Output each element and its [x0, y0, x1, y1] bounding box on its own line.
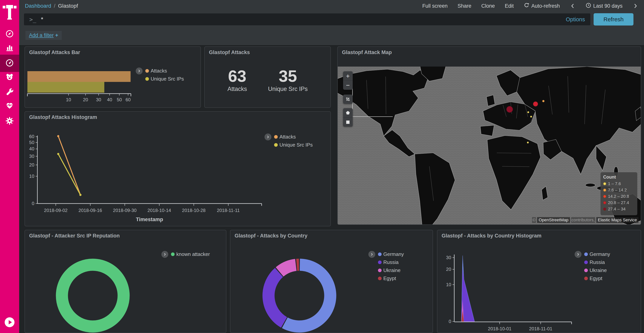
time-range-picker[interactable]: Last 90 days — [586, 3, 622, 10]
map-count-legend: Count 1 – 7.67.6 – 14.214.2 – 20.820.8 –… — [600, 172, 637, 215]
openstreetmap-link[interactable]: OpenStreetMap — [537, 217, 570, 223]
add-filter-link[interactable]: Add a filter+ — [26, 31, 62, 40]
legend-collapse-chevron-icon[interactable] — [136, 68, 142, 74]
svg-text:0: 0 — [32, 201, 34, 206]
kibana-dashboard: Dashboard / Glastopf Full screen Share C… — [0, 0, 644, 333]
draw-polygon-button[interactable] — [343, 108, 353, 117]
bear-icon — [5, 73, 14, 82]
svg-text:10: 10 — [446, 282, 451, 287]
map-legend-dot — [603, 201, 606, 204]
legend-item-ukraine[interactable]: Ukraine — [584, 267, 610, 273]
svg-text:2018-11-11: 2018-11-11 — [217, 208, 240, 213]
legend-item-egypt[interactable]: Egypt — [584, 275, 610, 281]
legend-item-russia[interactable]: Russia — [378, 259, 404, 265]
country-donut-chart[interactable] — [230, 230, 432, 332]
legend-item-ukraine[interactable]: Ukraine — [378, 267, 404, 273]
legend-country: GermanyRussiaUkraineEgypt — [368, 251, 404, 281]
legend-item-known-attacker[interactable]: known attacker — [171, 251, 210, 257]
time-back-button[interactable] — [570, 3, 576, 9]
options-link[interactable]: Options — [566, 16, 585, 23]
breadcrumb-current: Glastopf — [58, 3, 78, 9]
legend-collapse-chevron-icon[interactable] — [264, 134, 272, 140]
sidebar-item-visualize[interactable] — [0, 39, 19, 56]
edit-button[interactable]: Edit — [505, 3, 514, 9]
svg-text:50: 50 — [117, 97, 122, 102]
clone-button[interactable]: Clone — [481, 3, 495, 9]
svg-text:20: 20 — [446, 267, 451, 272]
svg-text:40: 40 — [107, 97, 112, 102]
query-bar: >_ * Options Refresh — [19, 12, 644, 27]
telekom-logo[interactable] — [3, 3, 16, 20]
legend-item-unique-src-ips[interactable]: Unique Src IPs — [274, 142, 312, 148]
legend-dot — [145, 69, 149, 73]
map-zoom-controls: + − — [343, 71, 353, 90]
legend-dot — [274, 135, 278, 139]
refresh-button[interactable]: Refresh — [594, 13, 634, 26]
legend-item-germany[interactable]: Germany — [584, 251, 610, 257]
svg-text:2018-11-01: 2018-11-01 — [529, 326, 552, 331]
legend-collapse-chevron-icon[interactable] — [368, 251, 375, 258]
legend-label: Russia — [383, 259, 398, 265]
svg-text:60: 60 — [126, 97, 131, 102]
legend-item-attacks[interactable]: Attacks — [274, 134, 312, 140]
map-legend-item: 27.4 – 34 — [603, 207, 634, 212]
elastic-maps-service-link[interactable]: Elastic Maps Service — [596, 217, 638, 223]
metric-value: 35 — [268, 67, 308, 85]
world-map[interactable] — [338, 67, 641, 225]
legend-item-egypt[interactable]: Egypt — [378, 275, 404, 281]
svg-text:50: 50 — [29, 140, 34, 145]
legend-title: Count — [603, 175, 634, 180]
map-legend-label: 20.8 – 27.4 — [608, 200, 629, 205]
legend-collapse-chevron-icon[interactable] — [162, 251, 168, 258]
legend-item-unique-src-ips[interactable]: Unique Src IPs — [145, 76, 184, 82]
legend-collapse-chevron-icon[interactable] — [574, 251, 582, 258]
legend-dot — [274, 143, 278, 147]
breadcrumb-dashboard-link[interactable]: Dashboard — [25, 3, 51, 9]
legend-item-russia[interactable]: Russia — [584, 259, 610, 265]
zoom-in-button[interactable]: + — [343, 71, 353, 81]
svg-text:2018-10-28: 2018-10-28 — [182, 208, 206, 213]
legend-label: known attacker — [176, 251, 210, 257]
panel-attacks-bar: Glastopf Attacks Bar 102030405060 Attack… — [24, 47, 201, 108]
legend-item-germany[interactable]: Germany — [378, 251, 404, 257]
copyright-symbol: © — [532, 217, 536, 223]
legend-dot — [378, 277, 382, 280]
legend-label: Egypt — [590, 275, 602, 281]
breadcrumb: Dashboard / Glastopf — [25, 3, 78, 9]
bar-chart-icon — [5, 43, 14, 53]
panel-title: Glastopf Attacks Histogram — [29, 114, 97, 120]
legend-item-attacks[interactable]: Attacks — [145, 68, 184, 74]
legend-label: Attacks — [151, 68, 167, 74]
fit-bounds-button[interactable] — [343, 95, 353, 104]
zoom-out-button[interactable]: − — [343, 81, 353, 90]
search-input[interactable]: >_ * Options — [24, 14, 590, 25]
sidebar-item-management[interactable] — [0, 113, 19, 130]
reputation-donut-chart[interactable] — [25, 230, 226, 332]
map-legend-label: 14.2 – 20.8 — [608, 194, 629, 199]
map-legend-item: 14.2 – 20.8 — [603, 194, 634, 199]
panel-title: Glastopf - Attacker Src IP Reputation — [29, 233, 120, 239]
attacks-line-chart[interactable]: 01020304050602018-09-022018-09-162018-09… — [25, 112, 330, 226]
metric-label: Unique Src IPs — [268, 86, 308, 93]
draw-rectangle-button[interactable] — [343, 117, 353, 127]
metric-value: 63 — [228, 67, 247, 85]
top-nav-bar: Dashboard / Glastopf Full screen Share C… — [19, 0, 644, 12]
country-area-chart[interactable]: 01020302018-10-012018-11-01Timestamp — [438, 230, 641, 332]
panel-attacks-by-country: Glastopf - Attacks by Country GermanyRus… — [230, 230, 433, 333]
svg-text:30: 30 — [96, 97, 101, 102]
legend-dot — [584, 260, 588, 264]
share-button[interactable]: Share — [458, 3, 471, 9]
auto-refresh-button[interactable]: Auto-refresh — [524, 3, 560, 10]
svg-text:30: 30 — [29, 154, 34, 159]
panel-attacks-metric: Glastopf Attacks 63 Attacks 35 Unique Sr… — [204, 47, 331, 108]
svg-text:2018-10-01: 2018-10-01 — [488, 326, 512, 331]
sidebar-item-monitoring[interactable] — [0, 97, 19, 114]
svg-text:60: 60 — [29, 134, 34, 139]
svg-text:20: 20 — [83, 97, 88, 102]
full-screen-button[interactable]: Full screen — [422, 3, 448, 9]
wrench-icon — [5, 87, 14, 97]
time-forward-button[interactable] — [632, 3, 638, 9]
legend-dot — [584, 268, 588, 272]
sidebar-expand-button[interactable] — [4, 317, 15, 328]
legend-label: Ukraine — [590, 267, 607, 273]
